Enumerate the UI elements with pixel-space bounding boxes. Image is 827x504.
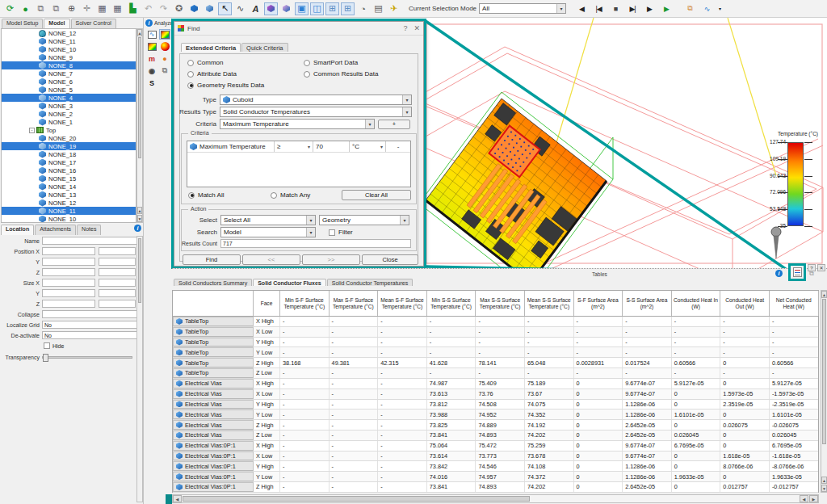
- tree-item-none_7[interactable]: NONE_7: [2, 69, 136, 78]
- compare-views-icon[interactable]: ⧉: [682, 2, 697, 15]
- info-icon[interactable]: i: [134, 225, 141, 232]
- rotate-view-icon[interactable]: ◔: [356, 2, 370, 15]
- table-horizontal-scrollbar[interactable]: ◀ ◀ ▶: [172, 494, 819, 503]
- criteria-list[interactable]: Maximum Temperature ≥▾ 70 °C▾ -: [187, 141, 411, 187]
- radio-match-any[interactable]: Match Any: [271, 191, 310, 199]
- add-criteria-button[interactable]: +: [378, 120, 410, 129]
- table-row[interactable]: Electrical Vias:0P:1Z High---73.84174.89…: [173, 482, 818, 493]
- column-header[interactable]: Face: [254, 291, 280, 316]
- table-row[interactable]: Electrical ViasZ High---73.82574.88974.1…: [173, 420, 818, 430]
- close-button[interactable]: Close: [362, 254, 418, 265]
- find-dialog[interactable]: Find ? ✕ Extended Criteria Quick Criteri…: [174, 21, 424, 267]
- info-icon[interactable]: i: [145, 19, 153, 27]
- tree-item-none_10[interactable]: NONE_10: [2, 45, 136, 53]
- cube-solid-icon[interactable]: [187, 2, 201, 15]
- table-export-icon-highlighted[interactable]: [788, 263, 806, 281]
- tab-model[interactable]: Model: [44, 19, 69, 28]
- table-vertical-scrollbar[interactable]: ▲ ▲ ▼: [821, 290, 827, 493]
- column-header[interactable]: Mean S-S Surface Temperature (°C): [525, 291, 574, 316]
- cut-plane-icon[interactable]: ⧉: [159, 65, 170, 76]
- grid-merge-icon[interactable]: ▦: [111, 2, 124, 15]
- table-row[interactable]: Electrical ViasY Low---73.98874.95274.35…: [173, 410, 818, 420]
- properties-scrollbar[interactable]: [136, 236, 143, 502]
- select-target-combo[interactable]: Geometry▾: [319, 215, 409, 225]
- tolerance-input[interactable]: [99, 289, 136, 297]
- lasso-select-icon[interactable]: ∿: [233, 2, 247, 15]
- window-export-icon[interactable]: ⧉: [49, 2, 63, 15]
- criteria-value-input[interactable]: 70: [313, 141, 350, 152]
- probe-point-icon[interactable]: S: [146, 78, 157, 88]
- component-align-icon[interactable]: ▙: [126, 2, 140, 15]
- results-type-combo[interactable]: Solid Conductor Temperatures ▾: [220, 107, 412, 117]
- report-chart-icon[interactable]: ∿: [699, 2, 714, 15]
- chevron-down-icon[interactable]: ▾: [556, 4, 565, 13]
- value-input[interactable]: [42, 258, 95, 266]
- filter-checkbox[interactable]: [329, 229, 335, 236]
- scroll-right-icon[interactable]: ▶: [809, 495, 818, 502]
- table-row[interactable]: TableTopZ Low-----------: [173, 368, 818, 379]
- table-row[interactable]: TableTopY Low-----------: [173, 347, 818, 358]
- pink-cube-wire-icon[interactable]: [279, 2, 293, 15]
- tab-location[interactable]: Location: [1, 225, 34, 235]
- radio-smartport-data[interactable]: SmartPort Data: [304, 59, 358, 66]
- criteria-operator-combo[interactable]: ≥▾: [275, 141, 313, 152]
- sphere-icon[interactable]: ●: [19, 2, 32, 15]
- single-view-icon[interactable]: ◫: [310, 2, 324, 15]
- tree-item-none_12[interactable]: NONE_12: [2, 199, 136, 207]
- criteria-unit-combo[interactable]: °C▾: [350, 141, 386, 152]
- value-input[interactable]: [42, 237, 137, 245]
- four-view-icon[interactable]: ⊞: [325, 2, 339, 15]
- find-button[interactable]: Find: [183, 254, 241, 265]
- tree-item-none_18[interactable]: NONE_18: [2, 150, 136, 158]
- column-header[interactable]: [173, 291, 254, 316]
- tab-model-setup[interactable]: Model Setup: [2, 19, 43, 28]
- tab-solid-conductor-fluxes[interactable]: Solid Conductor Fluxes: [253, 279, 326, 286]
- table-row[interactable]: TableTopX Low-----------: [173, 327, 818, 338]
- scroll-up-icon[interactable]: ▲: [821, 291, 827, 298]
- tree-item-none_19[interactable]: NONE_19: [2, 142, 136, 150]
- info-icon[interactable]: i: [775, 270, 783, 277]
- orbit-icon[interactable]: ✪: [172, 2, 186, 15]
- search-combo[interactable]: Model▾: [220, 227, 316, 237]
- tree-item-none_9[interactable]: NONE_9: [2, 53, 136, 61]
- tolerance-input[interactable]: [99, 279, 136, 287]
- table-row[interactable]: TableTopZ High38.16849.38142.31541.62878…: [173, 358, 818, 368]
- radio-match-all[interactable]: Match All: [188, 191, 224, 199]
- collapse-icon[interactable]: -: [29, 128, 35, 133]
- tab-solver-control[interactable]: Solver Control: [71, 19, 116, 28]
- table-row[interactable]: Electrical ViasY High---73.81274.50874.0…: [173, 400, 818, 410]
- tree-item-none_15[interactable]: NONE_15: [2, 174, 136, 183]
- stop-icon[interactable]: ■: [608, 2, 623, 15]
- network-nodes-icon[interactable]: ◉: [146, 65, 157, 76]
- help-icon[interactable]: ?: [403, 24, 407, 32]
- split-view-icon[interactable]: ⊞: [341, 2, 355, 15]
- tree-item-none_17[interactable]: NONE_17: [2, 158, 136, 166]
- tolerance-input[interactable]: [99, 300, 136, 308]
- column-header[interactable]: Max S-S Surface Temperature (°C): [476, 291, 525, 316]
- tree-item-none_20[interactable]: NONE_20: [2, 134, 136, 142]
- text-tool-icon[interactable]: A: [249, 2, 262, 15]
- tree-item-none_12[interactable]: NONE_12: [2, 29, 136, 37]
- undo-icon[interactable]: ↶: [141, 2, 155, 15]
- criteria-combo[interactable]: Maximum Temperature ▾: [220, 119, 375, 129]
- table-row[interactable]: Electrical ViasX High---74.98775.40975.1…: [173, 379, 818, 389]
- criteria-row-name[interactable]: Maximum Temperature: [187, 141, 275, 152]
- column-header[interactable]: S-F Surface Area (m^2): [574, 291, 623, 316]
- value-input[interactable]: [42, 289, 95, 297]
- window-import-icon[interactable]: ⧉: [34, 2, 48, 15]
- value-input[interactable]: [42, 279, 95, 287]
- tab-solid-conductors-summary[interactable]: Solid Conductors Summary: [174, 279, 252, 286]
- first-frame-icon[interactable]: |◀: [591, 2, 606, 15]
- table-row[interactable]: Electrical Vias:0P:1X High---75.06475.47…: [173, 441, 818, 452]
- table-row[interactable]: Electrical ViasX Low---73.61373.7673.670…: [173, 389, 818, 400]
- help-icon[interactable]: ?: [808, 264, 816, 271]
- tree-item-none_13[interactable]: NONE_13: [2, 191, 136, 199]
- snapshot-icon[interactable]: ▤: [372, 2, 385, 15]
- tree-item-none_3[interactable]: NONE_3: [2, 102, 136, 110]
- tab-notes[interactable]: Notes: [77, 225, 101, 235]
- last-frame-icon[interactable]: ▶|: [625, 2, 640, 15]
- plane-tool-icon[interactable]: ✈: [387, 2, 401, 15]
- world-cursor-icon[interactable]: ⊕: [65, 2, 78, 15]
- pink-cube-icon[interactable]: [264, 2, 278, 15]
- tree-item-top[interactable]: -Top: [2, 126, 136, 134]
